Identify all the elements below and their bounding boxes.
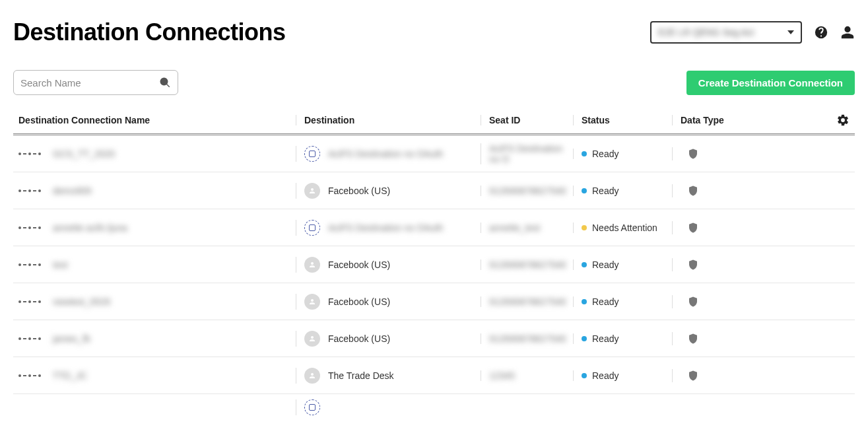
seat-id: 912690878627540 bbox=[489, 333, 566, 344]
status-label: Ready bbox=[592, 296, 618, 307]
search-icon bbox=[159, 77, 171, 88]
status-dot-icon bbox=[582, 188, 587, 193]
shield-icon bbox=[687, 147, 699, 160]
account-select[interactable]: E2E LR QENG Seg Act bbox=[650, 21, 802, 44]
connection-icon bbox=[18, 153, 41, 155]
status-label: Ready bbox=[592, 149, 618, 159]
connection-icon bbox=[18, 189, 41, 192]
account-select-label: E2E LR QENG Seg Act bbox=[658, 27, 754, 38]
connection-icon bbox=[18, 374, 41, 377]
create-destination-connection-button[interactable]: Create Destination Connection bbox=[686, 71, 855, 95]
table-settings-button[interactable] bbox=[836, 114, 850, 127]
status-label: Ready bbox=[592, 259, 618, 270]
connection-name: annette acifs ljuna bbox=[53, 222, 127, 233]
status-dot-icon bbox=[582, 151, 587, 156]
connection-icon bbox=[18, 226, 41, 229]
status-dot-icon bbox=[582, 299, 587, 304]
status-label: Ready bbox=[592, 370, 618, 381]
gear-icon bbox=[836, 114, 850, 127]
connection-name: GCS_TT_2020 bbox=[53, 149, 115, 159]
status-dot-icon bbox=[582, 336, 587, 341]
connection-name: TTD_JC bbox=[53, 370, 87, 381]
shield-icon bbox=[687, 221, 699, 234]
connection-icon bbox=[18, 263, 41, 266]
column-destination[interactable]: Destination bbox=[296, 115, 481, 125]
table-header: Destination Connection Name Destination … bbox=[13, 107, 855, 135]
shield-icon bbox=[687, 258, 699, 271]
destination-label: Facebook (US) bbox=[328, 296, 390, 307]
column-data-type[interactable]: Data Type bbox=[672, 115, 758, 125]
table-row[interactable]: TTD_JCThe Trade Desk12345Ready bbox=[13, 357, 855, 394]
seat-id: 12345 bbox=[489, 370, 515, 381]
table-row[interactable]: annette acifs ljunaAciFS Destination no … bbox=[13, 209, 855, 246]
person-icon bbox=[840, 25, 855, 40]
status-label: Ready bbox=[592, 186, 618, 196]
help-icon bbox=[814, 25, 828, 40]
seat-id: 912690878627540 bbox=[489, 296, 566, 307]
status-label: Needs Attention bbox=[592, 222, 657, 233]
destination-label: Facebook (US) bbox=[328, 333, 390, 344]
shield-icon bbox=[687, 295, 699, 308]
destination-avatar-icon bbox=[304, 146, 320, 162]
table-row[interactable]: james_fbFacebook (US)912690878627540Read… bbox=[13, 320, 855, 357]
shield-icon bbox=[687, 184, 699, 197]
destination-label: The Trade Desk bbox=[328, 370, 394, 381]
connection-icon bbox=[18, 337, 41, 340]
chevron-down-icon bbox=[787, 30, 794, 34]
connection-name: demo909 bbox=[53, 186, 91, 196]
table-row[interactable]: newtest_0526Facebook (US)912690878627540… bbox=[13, 283, 855, 320]
column-name[interactable]: Destination Connection Name bbox=[18, 115, 296, 125]
destination-avatar-icon bbox=[304, 368, 320, 384]
seat-id: 912690878627540 bbox=[489, 259, 566, 270]
search-input-wrap[interactable] bbox=[13, 70, 178, 95]
help-button[interactable] bbox=[814, 25, 828, 40]
seat-id: 912690878627540 bbox=[489, 186, 566, 196]
connection-icon bbox=[18, 300, 41, 303]
search-input[interactable] bbox=[20, 77, 159, 88]
seat-id: AciFS Destination no O bbox=[489, 143, 573, 164]
table-row[interactable]: demo909Facebook (US)912690878627540Ready bbox=[13, 172, 855, 209]
destination-label: Facebook (US) bbox=[328, 186, 390, 196]
status-dot-icon bbox=[582, 225, 587, 230]
status-label: Ready bbox=[592, 333, 618, 344]
destination-avatar-icon bbox=[304, 294, 320, 310]
destination-avatar-icon bbox=[304, 257, 320, 273]
destination-avatar-icon bbox=[304, 220, 320, 236]
status-dot-icon bbox=[582, 262, 587, 267]
connection-name: james_fb bbox=[53, 333, 90, 344]
destination-label: AciFS Destination no OAuth bbox=[328, 149, 443, 159]
connections-table: Destination Connection Name Destination … bbox=[13, 107, 855, 421]
svg-point-0 bbox=[160, 78, 168, 85]
connection-name: test bbox=[53, 259, 68, 270]
destination-label: AciFS Destination no OAuth bbox=[328, 222, 443, 233]
svg-line-1 bbox=[166, 84, 170, 87]
seat-id: annette_test bbox=[489, 222, 540, 233]
user-menu-button[interactable] bbox=[840, 25, 855, 40]
table-row-partial bbox=[13, 394, 855, 421]
status-dot-icon bbox=[582, 373, 587, 378]
connection-name: newtest_0526 bbox=[53, 296, 110, 307]
destination-label: Facebook (US) bbox=[328, 259, 390, 270]
destination-avatar-icon bbox=[304, 183, 320, 199]
shield-icon bbox=[687, 369, 699, 382]
table-row[interactable]: GCS_TT_2020AciFS Destination no OAuthAci… bbox=[13, 135, 855, 172]
shield-icon bbox=[687, 332, 699, 345]
destination-avatar-icon bbox=[304, 331, 320, 347]
column-status[interactable]: Status bbox=[573, 115, 672, 125]
page-title: Destination Connections bbox=[13, 18, 286, 46]
destination-avatar-icon bbox=[304, 399, 320, 415]
column-seat[interactable]: Seat ID bbox=[481, 115, 573, 125]
table-row[interactable]: testFacebook (US)912690878627540Ready bbox=[13, 246, 855, 283]
